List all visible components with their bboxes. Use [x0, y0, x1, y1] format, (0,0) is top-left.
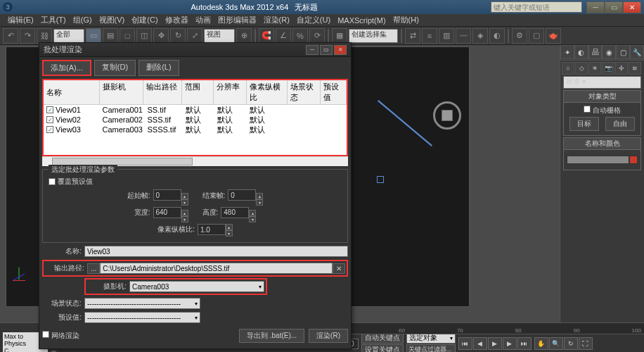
help-search-input[interactable]: [491, 1, 582, 13]
schematic-button[interactable]: ◈: [472, 28, 488, 44]
tab-create[interactable]: ✦: [560, 45, 574, 59]
viewcube-cube[interactable]: [442, 110, 453, 121]
duplicate-button[interactable]: 复制(D): [94, 60, 136, 76]
named-sel-dropdown[interactable]: 创建选择集: [349, 29, 398, 43]
sub-geometry[interactable]: ○: [562, 62, 574, 75]
angle-snap[interactable]: ∠: [276, 28, 291, 44]
select-rect-button[interactable]: □: [120, 28, 135, 44]
target-cam-button[interactable]: 目标: [569, 117, 599, 131]
curve-editor-button[interactable]: 〰: [456, 28, 471, 44]
sub-lights[interactable]: ☀: [588, 62, 601, 75]
par-spinner[interactable]: 1.0: [198, 224, 226, 235]
setkey-button[interactable]: 设置关键点: [361, 344, 404, 353]
ref-coord-dropdown[interactable]: 视图: [204, 29, 235, 43]
tab-hierarchy[interactable]: 品: [588, 45, 603, 59]
sub-shapes[interactable]: ◇: [575, 62, 588, 75]
col-name[interactable]: 名称: [44, 80, 100, 104]
render-setup-button[interactable]: ⚙: [512, 28, 527, 44]
table-row[interactable]: ✓View01Camera001SS.tif默认默认默认: [44, 105, 347, 115]
row-checkbox[interactable]: ✓: [46, 126, 53, 133]
batch-list-table[interactable]: 名称 摄影机 输出路径 范围 分辨率 像素纵横比 场景状态 预设值 ✓View0…: [42, 79, 348, 156]
menu-animation[interactable]: 动画: [192, 15, 214, 25]
menu-create[interactable]: 创建(C): [128, 15, 161, 25]
col-res[interactable]: 分辨率: [214, 80, 247, 104]
goto-end[interactable]: ⏭: [517, 337, 532, 350]
table-row[interactable]: ✓View02Camera002SSS.tif默认默认默认: [44, 115, 347, 125]
keyfilter-button[interactable]: 关键点过滤器...: [406, 344, 456, 352]
rotate-button[interactable]: ↻: [170, 28, 186, 44]
col-range[interactable]: 范围: [182, 80, 214, 104]
play-button[interactable]: ▶: [488, 337, 502, 350]
selection-filter[interactable]: 全部: [53, 29, 84, 43]
menu-tools[interactable]: 工具(T): [37, 15, 70, 25]
undo-button[interactable]: ↶: [3, 28, 18, 44]
layer-button[interactable]: ▥: [439, 28, 454, 44]
dialog-min-button[interactable]: ─: [306, 45, 318, 55]
output-path-input[interactable]: [100, 263, 333, 274]
menu-edit[interactable]: 编辑(E): [4, 15, 37, 25]
sub-cameras[interactable]: 📷: [602, 62, 614, 75]
mirror-button[interactable]: ⇄: [405, 28, 420, 44]
next-frame[interactable]: ▶: [503, 337, 517, 350]
object-color-swatch[interactable]: [629, 156, 638, 164]
preset-dropdown[interactable]: ----------------------------------------…: [84, 312, 200, 323]
camera-dropdown[interactable]: Camera003▾: [129, 281, 264, 292]
category-dropdown[interactable]: 标准 ▾: [563, 76, 641, 89]
window-crossing-button[interactable]: ◫: [136, 28, 152, 44]
menu-graph[interactable]: 图形编辑器: [214, 15, 260, 25]
redo-button[interactable]: ↷: [20, 28, 35, 44]
menu-modifiers[interactable]: 修改器: [162, 15, 192, 25]
rollout-object-type[interactable]: 对象类型: [563, 90, 641, 103]
close-button[interactable]: ✕: [623, 1, 641, 13]
output-browse-button[interactable]: ...: [87, 263, 100, 274]
named-sel-button[interactable]: ▦: [332, 28, 347, 44]
sub-helpers[interactable]: ✢: [615, 62, 628, 75]
export-bat-button[interactable]: 导出到 .bat(E)...: [239, 329, 304, 343]
start-spinner[interactable]: 0: [153, 189, 181, 201]
col-camera[interactable]: 摄影机: [100, 80, 143, 104]
dialog-max-button[interactable]: ▭: [320, 45, 333, 55]
align-button[interactable]: ≡: [422, 28, 437, 44]
net-render-checkbox[interactable]: [42, 331, 49, 338]
width-spinner[interactable]: 640: [153, 207, 181, 218]
dialog-close-button[interactable]: ✕: [334, 45, 347, 55]
add-button[interactable]: 添加(A)...: [42, 60, 91, 76]
nav-orbit[interactable]: ↻: [564, 337, 578, 350]
tab-utilities[interactable]: 🔧: [630, 45, 644, 59]
snap-toggle[interactable]: 🧲: [259, 28, 274, 44]
select-name-button[interactable]: ▤: [103, 28, 118, 44]
output-clear-button[interactable]: ✕: [333, 263, 345, 274]
menu-render[interactable]: 渲染(R): [260, 15, 293, 25]
scene-dropdown[interactable]: ----------------------------------------…: [84, 298, 200, 309]
render-button[interactable]: 渲染(R): [309, 329, 348, 343]
delete-button[interactable]: 删除(L): [139, 60, 179, 76]
object-name-field[interactable]: [567, 156, 629, 164]
override-checkbox[interactable]: [49, 178, 56, 185]
rollout-name-color[interactable]: 名称和颜色: [563, 137, 641, 150]
camera-target-box[interactable]: [377, 176, 384, 183]
menu-maxscript[interactable]: MAXScript(M): [334, 16, 389, 25]
pivot-button[interactable]: ⊕: [236, 28, 252, 44]
row-checkbox[interactable]: ✓: [46, 116, 53, 123]
menu-view[interactable]: 视图(V): [96, 15, 129, 25]
app-icon[interactable]: 3: [3, 2, 13, 12]
spinner-snap[interactable]: ⟳: [309, 28, 325, 44]
select-button[interactable]: ▭: [86, 28, 101, 44]
menu-help[interactable]: 帮助(H): [389, 15, 423, 25]
material-button[interactable]: ◐: [489, 28, 505, 44]
minimize-button[interactable]: ─: [586, 1, 605, 13]
col-par[interactable]: 像素纵横比: [247, 80, 288, 104]
autogrid-checkbox[interactable]: [584, 106, 591, 113]
col-output[interactable]: 输出路径: [143, 80, 182, 104]
sub-space[interactable]: ≋: [629, 62, 641, 75]
end-spinner[interactable]: 0: [228, 189, 256, 201]
percent-snap[interactable]: %: [292, 28, 308, 44]
nav-max[interactable]: ⛶: [579, 337, 593, 350]
tab-modify[interactable]: ◐: [574, 45, 588, 59]
height-spinner[interactable]: 480: [221, 207, 249, 218]
render-frame-button[interactable]: ▢: [529, 28, 544, 44]
link-button[interactable]: ⛓: [37, 28, 52, 44]
render-button[interactable]: 🫖: [546, 28, 561, 44]
tab-display[interactable]: ▢: [616, 45, 630, 59]
goto-start[interactable]: ⏮: [458, 337, 472, 350]
